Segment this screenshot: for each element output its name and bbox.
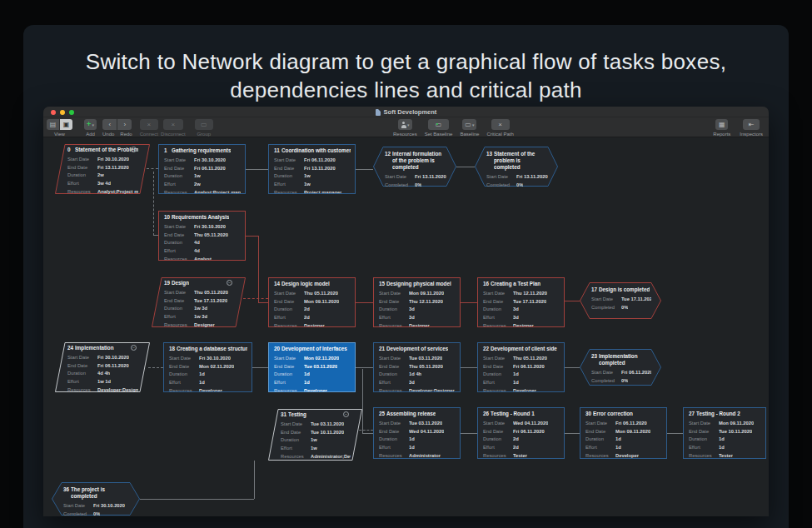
task-number: 23: [591, 353, 599, 366]
undo-button[interactable]: ‹: [102, 119, 117, 130]
task-node-19[interactable]: 19Design−Start DateThu 05.11.2020End Dat…: [152, 277, 246, 327]
task-node-31[interactable]: 31Testing−Start DateTue 03.11.2020End Da…: [268, 409, 362, 461]
task-node-16[interactable]: 16Creating a Test PlanStart DateThu 12.1…: [477, 277, 565, 327]
field-value: Fri 06.11.2020: [615, 421, 647, 426]
field-label: Duration: [67, 371, 97, 376]
collapse-icon[interactable]: −: [131, 147, 137, 152]
task-node-17[interactable]: 17Design is completedStart DateTue 17.11…: [580, 282, 661, 319]
task-node-22[interactable]: 22Development of client sideStart DateTh…: [477, 342, 565, 392]
view-network-button[interactable]: ▣: [60, 119, 72, 130]
field-value: Administrator: [409, 453, 441, 458]
resources-button[interactable]: ▾: [398, 119, 412, 130]
task-node-18[interactable]: 18Creating a database structureStart Dat…: [163, 342, 252, 392]
task-title: 27Testing - Round 2: [689, 411, 761, 417]
task-number: 18: [169, 346, 177, 352]
task-title: 20Development of Interfaces: [274, 346, 351, 352]
task-field-row: Start DateWed 04.11.2020: [483, 420, 560, 428]
field-label: Duration: [67, 172, 97, 177]
task-field-row: Effort1d: [689, 443, 761, 451]
task-node-1[interactable]: 1Gathering requirementsStart DateFri 30.…: [158, 144, 246, 194]
task-title: 25Assembling release: [379, 411, 456, 417]
task-node-26[interactable]: 26Testing - Round 1Start DateWed 04.11.2…: [477, 407, 565, 459]
task-node-21[interactable]: 21Development of servicesStart DateTue 0…: [373, 342, 461, 392]
critical-path-button[interactable]: ×: [491, 119, 510, 130]
task-field-row: Effort2d: [274, 313, 351, 321]
task-field-row: End DateMon 09.11.2020: [274, 297, 351, 306]
field-label: Effort: [67, 181, 97, 186]
inspectors-button[interactable]: ⇤: [743, 119, 760, 130]
disconnect-icon-button[interactable]: ×: [163, 119, 183, 130]
field-label: Duration: [274, 371, 304, 376]
field-value: 3d: [409, 306, 415, 311]
field-value: Tue 10.11.2020: [719, 429, 752, 434]
collapse-icon[interactable]: −: [131, 345, 137, 351]
set-baseline-icon: ▭: [436, 122, 442, 128]
task-node-15[interactable]: 15Designing physical modelStart DateMon …: [373, 277, 461, 327]
collapse-icon[interactable]: −: [343, 411, 349, 417]
task-node-25[interactable]: 25Assembling releaseStart DateTue 03.11.…: [373, 407, 461, 459]
field-label: End Date: [164, 298, 194, 303]
task-title: 13Statement of the problem is completed: [486, 151, 548, 171]
task-content: 0Statement of the Problem−Start DateFri …: [55, 144, 150, 194]
task-field-row: Start DateFri 06.11.2020: [274, 157, 351, 165]
task-field-row: End DateFri 06.11.2020: [164, 164, 241, 172]
field-value: 1d: [304, 380, 310, 385]
field-value: Fri 06.11.2020: [513, 364, 545, 369]
field-value: Thu 05.11.2020: [513, 356, 547, 361]
view-gantt-button[interactable]: ▤: [47, 119, 59, 130]
task-node-13[interactable]: 13Statement of the problem is completedS…: [475, 147, 558, 187]
redo-button[interactable]: ›: [117, 119, 132, 130]
collapse-icon[interactable]: −: [227, 280, 232, 286]
task-title: 30Error correction: [585, 411, 662, 417]
task-node-20[interactable]: 20Development of InterfacesStart DateMon…: [268, 342, 356, 392]
task-title: 11Coordination with customer: [274, 147, 351, 154]
task-field-row: Duration1d 4h: [379, 371, 456, 379]
task-node-27[interactable]: 27Testing - Round 2Start DateMon 09.11.2…: [683, 407, 766, 459]
task-content: 14Design logic modelStart DateThu 05.11.…: [269, 278, 355, 326]
task-node-23[interactable]: 23Implementation completedStart DateFri …: [580, 349, 661, 386]
field-value: 0%: [621, 378, 628, 383]
task-number: 26: [483, 411, 491, 417]
task-node-12[interactable]: 12Internal formulation of the problem is…: [373, 147, 456, 187]
field-label: Duration: [379, 436, 409, 441]
add-button[interactable]: +▾: [84, 119, 97, 130]
task-content: 21Development of servicesStart DateTue 0…: [374, 343, 460, 391]
task-node-0[interactable]: 0Statement of the Problem−Start DateFri …: [55, 144, 150, 194]
task-name: The project is completed: [71, 486, 130, 500]
task-field-row: Duration1d: [483, 371, 560, 379]
task-field-row: Duration1d: [379, 436, 456, 444]
field-label: Start Date: [379, 356, 409, 361]
task-node-30[interactable]: 30Error correctionStart DateFri 06.11.20…: [580, 407, 667, 459]
field-label: Start Date: [379, 291, 409, 296]
task-field-row: Duration2d: [483, 436, 560, 444]
network-diagram-canvas[interactable]: 0Statement of the Problem−Start DateFri …: [43, 138, 769, 516]
set-baseline-button[interactable]: ▭: [428, 119, 449, 130]
task-field-row: End DateFri 06.11.2020: [483, 362, 560, 371]
baseline-button[interactable]: ▭▾: [462, 119, 476, 130]
field-label: Start Date: [385, 174, 415, 179]
connect-button[interactable]: ×: [140, 119, 158, 130]
task-node-11[interactable]: 11Coordination with customerStart DateFr…: [268, 144, 356, 194]
view-label: View: [54, 132, 65, 137]
task-node-24[interactable]: 24Implementation−Start DateFri 30.10.202…: [55, 342, 150, 392]
dependency-line: [252, 367, 268, 368]
reports-button[interactable]: ▦: [715, 119, 728, 130]
group-button[interactable]: ▭: [195, 119, 213, 130]
field-label: End Date: [689, 429, 719, 434]
field-value: Thu 05.11.2020: [194, 290, 228, 295]
group-icon: ▭: [201, 122, 207, 128]
task-name: Creating a database structure: [177, 346, 247, 352]
window-titlebar[interactable]: Soft Development: [43, 107, 769, 117]
task-field-row: End DateWed 04.11.2020: [379, 427, 456, 436]
set-baseline-label: Set Baseline: [425, 132, 453, 137]
task-content: 13Statement of the problem is completedS…: [475, 147, 558, 187]
field-label: Resources: [67, 189, 97, 194]
task-node-36[interactable]: 36The project is completedStart DateFri …: [52, 482, 140, 516]
task-field-row: Start DateTue 17.11.2020: [591, 296, 651, 304]
task-node-10[interactable]: 10Requirements AnalysisStart DateFri 30.…: [158, 211, 246, 261]
dependency-line: [356, 302, 373, 303]
task-name: Design is completed: [599, 286, 650, 293]
task-node-14[interactable]: 14Design logic modelStart DateThu 05.11.…: [268, 277, 356, 327]
field-label: Resources: [164, 322, 194, 327]
task-field-row: Duration2d: [274, 306, 351, 314]
